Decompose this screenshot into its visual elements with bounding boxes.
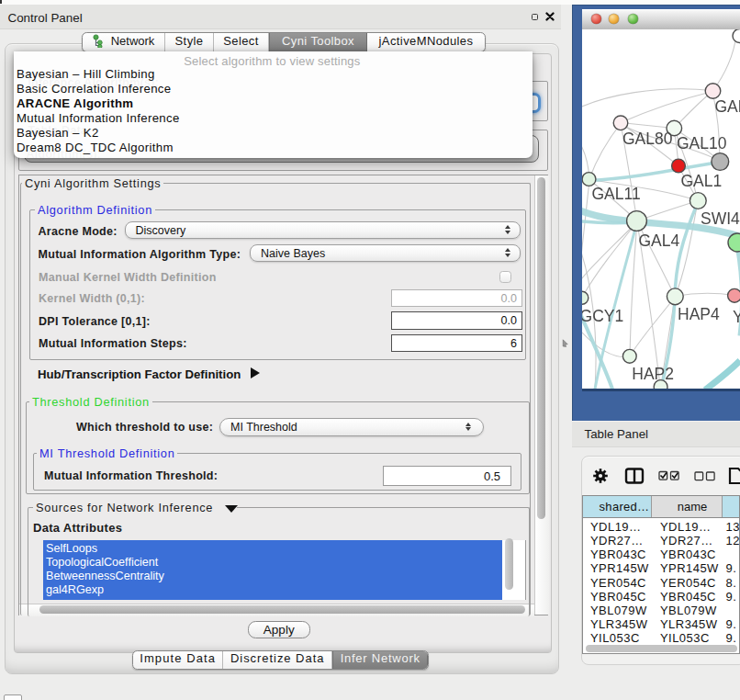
svg-text:Y: Y — [733, 307, 740, 325]
svg-text:GAL11: GAL11 — [592, 184, 641, 202]
svg-text:GAL: GAL — [715, 96, 740, 115]
svg-text:GAL4: GAL4 — [639, 231, 680, 249]
svg-text:SWI4: SWI4 — [701, 209, 740, 227]
svg-text:GAL80: GAL80 — [622, 129, 673, 147]
svg-text:GAL1: GAL1 — [681, 171, 723, 189]
svg-text:HAP4: HAP4 — [678, 305, 720, 323]
svg-text:HAP2: HAP2 — [632, 364, 674, 382]
svg-text:GCY1: GCY1 — [582, 306, 623, 324]
svg-text:GAL10: GAL10 — [677, 133, 727, 152]
